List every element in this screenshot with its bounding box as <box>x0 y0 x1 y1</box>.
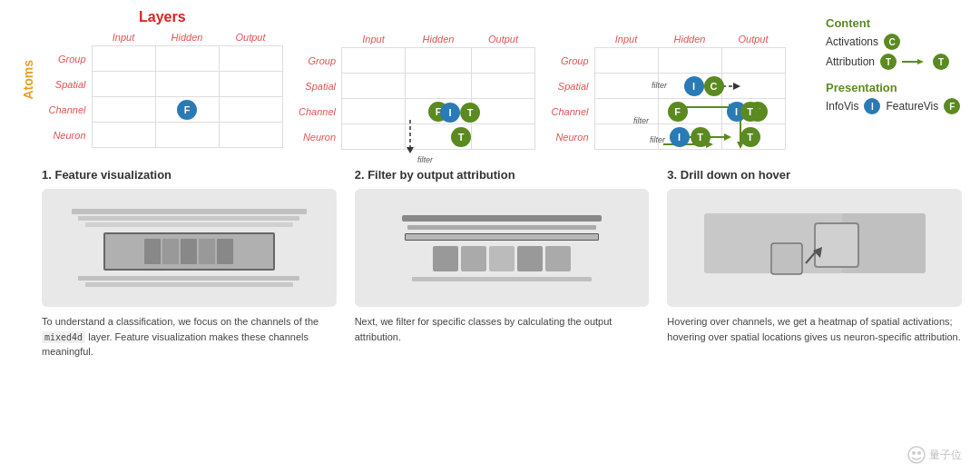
cell-n-h-1 <box>155 123 219 148</box>
row-neuron-1: Neuron <box>42 123 92 148</box>
svg-point-24 <box>917 451 921 455</box>
feature-card-1: 1. Feature visualization To understand a… <box>42 168 337 360</box>
content-title: Content <box>826 16 962 30</box>
svg-marker-5 <box>733 83 740 90</box>
infovis-badge: I <box>864 98 880 114</box>
node-f-blue: F <box>177 100 197 120</box>
col-input-2: Input <box>342 31 406 48</box>
feature-number-2: 2. Filter by output attribution <box>355 168 650 182</box>
feature-text-1: To understand a classification, we focus… <box>42 314 337 360</box>
cell-g-o-2 <box>472 48 535 74</box>
svg-text:filter: filter <box>652 81 668 90</box>
featurevis-badge: F <box>944 98 960 114</box>
grids-area: Layers Input Hidden Output Group <box>42 9 808 150</box>
col-input-3: Input <box>594 31 658 48</box>
node-t-neuron-2: T <box>451 127 471 147</box>
row-channel-3: Channel <box>544 99 594 124</box>
drill-arrow <box>760 216 869 280</box>
cell-g-o-3 <box>721 48 785 74</box>
presentation-title: Presentation <box>826 81 962 94</box>
svg-text:filter: filter <box>417 155 434 164</box>
node-i-blue-2: I <box>440 103 460 123</box>
node-i-spatial-3: I <box>684 76 704 96</box>
sidebar: Content Activations C Attribution T T Pr… <box>808 9 962 150</box>
col-hidden-1: Hidden <box>155 29 219 46</box>
activations-row: Activations C <box>826 34 962 50</box>
bottom-section: 1. Feature visualization To understand a… <box>0 159 980 369</box>
cell-c-o-1 <box>219 97 282 123</box>
col-output-2: Output <box>472 31 535 48</box>
activations-label: Activations <box>826 35 878 48</box>
node-t-neuron-out-3: T <box>740 127 760 147</box>
feature-image-3 <box>667 189 962 307</box>
node-t-green-2: T <box>460 103 480 123</box>
row-spatial-3: Spatial <box>544 74 594 99</box>
svg-marker-17 <box>917 59 924 64</box>
node-i-neuron-3: I <box>670 127 690 147</box>
cell-g-i-2 <box>342 48 406 74</box>
watermark-icon <box>907 446 926 464</box>
cell-g-i-1 <box>92 46 155 72</box>
watermark: 量子位 <box>907 446 962 464</box>
grid3-wrapper: Input Hidden Output Group <box>544 9 786 150</box>
svg-point-23 <box>912 451 916 455</box>
cell-s-i-1 <box>92 72 155 97</box>
activations-badge: C <box>884 34 900 50</box>
attribution-arrow <box>902 56 927 67</box>
row-group-1: Group <box>42 46 92 72</box>
cell-s-h-1 <box>155 72 219 97</box>
watermark-text: 量子位 <box>929 448 962 463</box>
attribution-row: Attribution T T <box>826 54 962 70</box>
atoms-label-col: Atoms <box>18 9 38 150</box>
node-c-spatial-3: C <box>704 76 724 96</box>
cell-g-h-1 <box>155 46 219 72</box>
cell-s-i-2 <box>342 74 406 99</box>
feature-image-2 <box>355 189 650 307</box>
top-section: Atoms Layers Input Hidden Output Group <box>0 0 980 159</box>
code-mixed4d: mixed4d <box>42 331 85 343</box>
infovis-label: InfoVis <box>826 100 858 113</box>
layers-title: Layers <box>42 9 283 25</box>
node-t-neuron-3: T <box>691 127 710 147</box>
grid2-wrapper: Input Hidden Output Group <box>292 9 536 150</box>
feature-card-2: 2. Filter by output attribution Next, we… <box>355 168 650 360</box>
row-channel-1: Channel <box>42 97 92 123</box>
cell-s-o-2 <box>472 74 535 99</box>
infovis-row: InfoVis I FeatureVis F <box>826 98 962 114</box>
col-input-1: Input <box>92 29 155 46</box>
cell-n-i-1 <box>92 123 155 148</box>
col-hidden-3: Hidden <box>658 31 721 48</box>
grid2-arrows: filter <box>392 115 501 165</box>
feature-text-3: Hovering over channels, we get a heatmap… <box>667 314 962 344</box>
row-spatial-2: Spatial <box>292 74 342 99</box>
cell-n-o-1 <box>219 123 282 148</box>
row-channel-2: Channel <box>292 99 342 124</box>
cell-g-h-2 <box>406 48 472 74</box>
cell-n-h-3: filter I T <box>658 124 721 150</box>
grid1-wrapper: Layers Input Hidden Output Group <box>42 9 283 150</box>
svg-point-22 <box>908 447 925 463</box>
svg-rect-19 <box>771 243 802 274</box>
cell-n-h-2: filter T <box>406 124 472 150</box>
col-output-3: Output <box>721 31 785 48</box>
cell-c-i-1 <box>92 97 155 123</box>
svg-rect-18 <box>815 223 858 267</box>
col-output-1: Output <box>219 29 282 46</box>
col-hidden-2: Hidden <box>406 31 472 48</box>
cell-c-h-1: F <box>155 97 219 123</box>
feature-text-2: Next, we filter for specific classes by … <box>355 314 650 344</box>
feature-number-3: 3. Drill down on hover <box>667 168 962 182</box>
feature-image-1 <box>42 189 337 307</box>
cell-n-i-3 <box>594 124 658 150</box>
grid1-table: Input Hidden Output Group Spatial <box>42 29 283 148</box>
row-group-3: Group <box>544 48 594 74</box>
cell-n-o-3: T <box>721 124 785 150</box>
node-f-channel-3: F <box>668 102 688 122</box>
cell-s-o-1 <box>219 72 282 97</box>
attribution-badge2: T <box>933 54 949 70</box>
cell-g-o-1 <box>219 46 282 72</box>
grid2-table: Input Hidden Output Group <box>292 31 536 150</box>
grid3-table: Input Hidden Output Group <box>544 31 786 150</box>
attribution-label: Attribution <box>826 55 875 68</box>
svg-marker-1 <box>407 147 414 153</box>
